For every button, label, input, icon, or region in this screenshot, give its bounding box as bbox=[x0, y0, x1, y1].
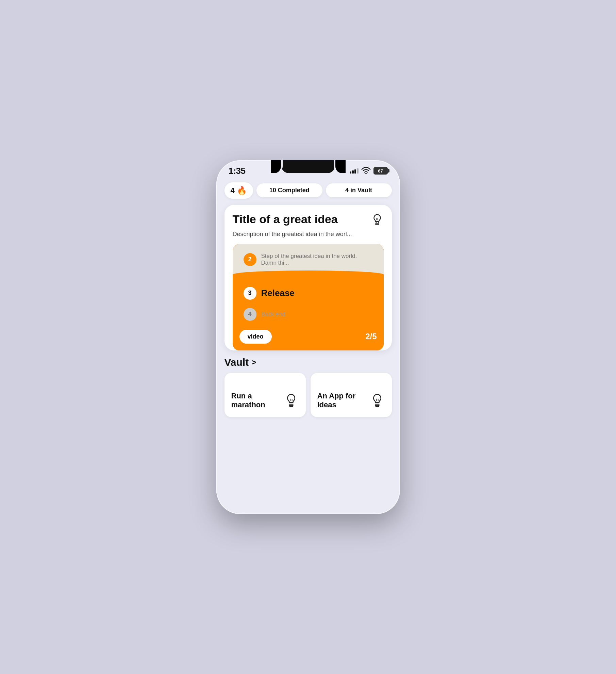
step-3-number: 3 bbox=[244, 287, 256, 300]
main-content: 4 🔥 10 Completed 4 in Vault Title of a g… bbox=[216, 179, 400, 514]
stats-row: 4 🔥 10 Completed 4 in Vault bbox=[224, 182, 392, 199]
phone-frame: 1:35 67 4 bbox=[216, 160, 400, 514]
wave-top-area: 2 Step of the greatest idea in the world… bbox=[233, 244, 384, 270]
vault-title: Vault bbox=[224, 357, 249, 368]
wifi-icon bbox=[361, 166, 371, 176]
card-description: Description of the greatest idea in the … bbox=[233, 230, 384, 239]
vault-header[interactable]: Vault > bbox=[224, 357, 392, 368]
steps-orange-area: 2 Step of the greatest idea in the world… bbox=[233, 244, 384, 350]
signal-bars-icon bbox=[350, 168, 359, 174]
status-time: 1:35 bbox=[229, 166, 246, 176]
battery-icon: 67 bbox=[373, 167, 388, 175]
video-badge[interactable]: video bbox=[239, 330, 272, 344]
idea-card[interactable]: Title of a great idea Description of the… bbox=[224, 205, 392, 350]
lightbulb-icon bbox=[371, 213, 384, 226]
completed-pill[interactable]: 10 Completed bbox=[256, 183, 322, 197]
step-3-text: Release bbox=[261, 288, 295, 298]
vault-card-2-title: An App for Ideas bbox=[317, 392, 365, 410]
progress-text: 2/5 bbox=[365, 332, 377, 341]
flame-icon: 🔥 bbox=[237, 186, 247, 195]
step-4-item: 4 Back end bbox=[238, 304, 378, 325]
wave-transition bbox=[233, 270, 384, 279]
notch bbox=[281, 160, 335, 173]
step-2-text: Step of the greatest idea in the world. … bbox=[261, 253, 373, 266]
streak-badge[interactable]: 4 🔥 bbox=[224, 182, 253, 199]
streak-count: 4 bbox=[231, 186, 235, 195]
card-title: Title of a great idea bbox=[233, 213, 338, 226]
vault-lightbulb-1-icon bbox=[283, 393, 299, 410]
vault-card-marathon[interactable]: Run a marathon bbox=[224, 373, 306, 417]
step-4-number: 4 bbox=[244, 308, 256, 321]
card-header: Title of a great idea bbox=[233, 213, 384, 226]
vault-section: Vault > Run a marathon bbox=[224, 357, 392, 506]
vault-pill[interactable]: 4 in Vault bbox=[326, 183, 392, 197]
vault-chevron-icon: > bbox=[251, 358, 256, 367]
step-2-item: 2 Step of the greatest idea in the world… bbox=[238, 249, 378, 270]
step-2-number: 2 bbox=[244, 253, 256, 266]
vault-lightbulb-2-icon bbox=[369, 393, 385, 410]
status-icons: 67 bbox=[350, 166, 388, 176]
step-4-text: Back end bbox=[261, 311, 285, 318]
svg-point-0 bbox=[365, 173, 367, 174]
card-footer: video 2/5 bbox=[233, 325, 384, 350]
orange-steps-area: 3 Release 4 Back end bbox=[233, 279, 384, 325]
step-3-item: 3 Release bbox=[238, 283, 378, 304]
vault-card-1-title: Run a marathon bbox=[231, 392, 279, 410]
vault-card-app[interactable]: An App for Ideas bbox=[311, 373, 392, 417]
vault-cards-row: Run a marathon An App f bbox=[224, 373, 392, 417]
